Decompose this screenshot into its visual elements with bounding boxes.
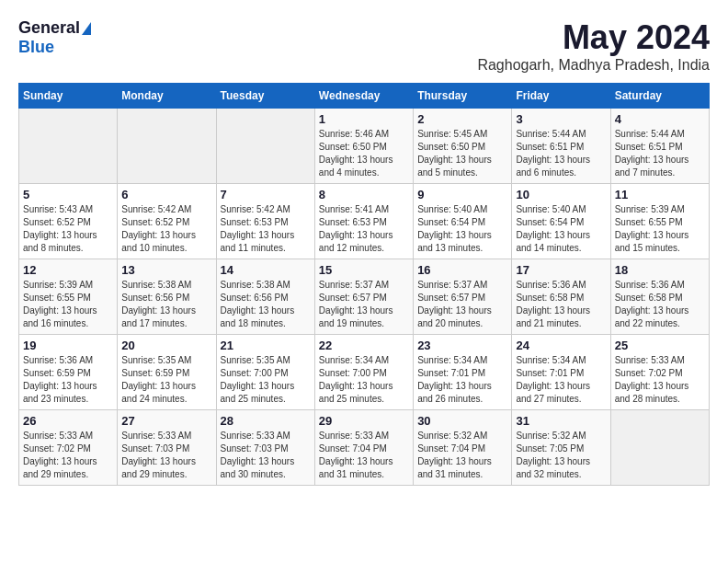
column-header-thursday: Thursday (414, 84, 512, 109)
calendar-cell: 28Sunrise: 5:33 AMSunset: 7:03 PMDayligh… (216, 410, 314, 486)
day-number: 18 (615, 263, 705, 277)
calendar-cell: 4Sunrise: 5:44 AMSunset: 6:51 PMDaylight… (610, 109, 709, 184)
calendar-cell: 5Sunrise: 5:43 AMSunset: 6:52 PMDaylight… (19, 184, 118, 259)
day-number: 14 (221, 263, 311, 277)
column-header-friday: Friday (512, 84, 610, 109)
month-title: May 2024 (477, 18, 710, 57)
day-number: 22 (319, 339, 409, 352)
day-info: Sunrise: 5:36 AMSunset: 6:58 PMDaylight:… (516, 279, 606, 330)
calendar-cell: 12Sunrise: 5:39 AMSunset: 6:55 PMDayligh… (19, 259, 118, 335)
calendar-cell: 20Sunrise: 5:35 AMSunset: 6:59 PMDayligh… (118, 335, 216, 410)
column-header-wednesday: Wednesday (314, 84, 413, 109)
day-info: Sunrise: 5:33 AMSunset: 7:02 PMDaylight:… (615, 354, 705, 406)
calendar-week-row: 12Sunrise: 5:39 AMSunset: 6:55 PMDayligh… (19, 259, 710, 335)
calendar-cell: 1Sunrise: 5:46 AMSunset: 6:50 PMDaylight… (314, 109, 413, 184)
day-info: Sunrise: 5:44 AMSunset: 6:51 PMDaylight:… (615, 128, 705, 179)
title-area: May 2024 Raghogarh, Madhya Pradesh, Indi… (477, 18, 710, 74)
day-number: 9 (417, 188, 507, 201)
calendar-cell (216, 109, 314, 184)
day-number: 12 (23, 263, 113, 277)
day-number: 17 (516, 263, 606, 277)
day-number: 26 (23, 414, 113, 428)
calendar-cell: 21Sunrise: 5:35 AMSunset: 7:00 PMDayligh… (216, 335, 314, 410)
day-number: 1 (319, 112, 409, 126)
logo: General Blue (18, 18, 91, 57)
day-number: 27 (121, 414, 211, 428)
calendar-cell: 8Sunrise: 5:41 AMSunset: 6:53 PMDaylight… (314, 184, 413, 259)
calendar-cell (19, 109, 118, 184)
calendar-cell: 25Sunrise: 5:33 AMSunset: 7:02 PMDayligh… (610, 335, 709, 410)
day-info: Sunrise: 5:36 AMSunset: 6:59 PMDaylight:… (23, 354, 113, 406)
calendar-week-row: 26Sunrise: 5:33 AMSunset: 7:02 PMDayligh… (19, 410, 710, 486)
calendar-cell: 7Sunrise: 5:42 AMSunset: 6:53 PMDaylight… (216, 184, 314, 259)
day-number: 11 (615, 188, 705, 201)
day-info: Sunrise: 5:44 AMSunset: 6:51 PMDaylight:… (516, 128, 606, 179)
calendar-cell: 14Sunrise: 5:38 AMSunset: 6:56 PMDayligh… (216, 259, 314, 335)
calendar-cell: 15Sunrise: 5:37 AMSunset: 6:57 PMDayligh… (314, 259, 413, 335)
calendar-cell: 6Sunrise: 5:42 AMSunset: 6:52 PMDaylight… (118, 184, 216, 259)
day-number: 3 (516, 112, 606, 126)
day-number: 24 (516, 339, 606, 352)
day-number: 15 (319, 263, 409, 277)
calendar-header-row: SundayMondayTuesdayWednesdayThursdayFrid… (19, 84, 710, 109)
day-number: 5 (23, 188, 113, 201)
calendar-cell: 29Sunrise: 5:33 AMSunset: 7:04 PMDayligh… (314, 410, 413, 486)
day-info: Sunrise: 5:40 AMSunset: 6:54 PMDaylight:… (516, 203, 606, 255)
column-header-tuesday: Tuesday (216, 84, 314, 109)
calendar-cell: 17Sunrise: 5:36 AMSunset: 6:58 PMDayligh… (512, 259, 610, 335)
day-number: 19 (23, 339, 113, 352)
day-info: Sunrise: 5:32 AMSunset: 7:04 PMDaylight:… (417, 430, 507, 481)
calendar-cell: 19Sunrise: 5:36 AMSunset: 6:59 PMDayligh… (19, 335, 118, 410)
calendar-cell: 30Sunrise: 5:32 AMSunset: 7:04 PMDayligh… (414, 410, 512, 486)
day-info: Sunrise: 5:38 AMSunset: 6:56 PMDaylight:… (221, 279, 311, 330)
calendar-cell: 26Sunrise: 5:33 AMSunset: 7:02 PMDayligh… (19, 410, 118, 486)
calendar-week-row: 1Sunrise: 5:46 AMSunset: 6:50 PMDaylight… (19, 109, 710, 184)
day-number: 13 (121, 263, 211, 277)
day-number: 25 (615, 339, 705, 352)
day-info: Sunrise: 5:38 AMSunset: 6:56 PMDaylight:… (121, 279, 211, 330)
page-header: General Blue May 2024 Raghogarh, Madhya … (18, 18, 710, 74)
day-info: Sunrise: 5:42 AMSunset: 6:53 PMDaylight:… (221, 203, 311, 255)
calendar-week-row: 5Sunrise: 5:43 AMSunset: 6:52 PMDaylight… (19, 184, 710, 259)
day-info: Sunrise: 5:36 AMSunset: 6:58 PMDaylight:… (615, 279, 705, 330)
day-info: Sunrise: 5:42 AMSunset: 6:52 PMDaylight:… (121, 203, 211, 255)
calendar-cell: 16Sunrise: 5:37 AMSunset: 6:57 PMDayligh… (414, 259, 512, 335)
day-number: 16 (417, 263, 507, 277)
day-number: 2 (417, 112, 507, 126)
day-info: Sunrise: 5:41 AMSunset: 6:53 PMDaylight:… (319, 203, 409, 255)
calendar-cell: 27Sunrise: 5:33 AMSunset: 7:03 PMDayligh… (118, 410, 216, 486)
day-info: Sunrise: 5:33 AMSunset: 7:04 PMDaylight:… (319, 430, 409, 481)
calendar-cell (118, 109, 216, 184)
day-number: 4 (615, 112, 705, 126)
column-header-sunday: Sunday (19, 84, 118, 109)
day-number: 29 (319, 414, 409, 428)
calendar-cell: 11Sunrise: 5:39 AMSunset: 6:55 PMDayligh… (610, 184, 709, 259)
day-number: 30 (417, 414, 507, 428)
day-info: Sunrise: 5:37 AMSunset: 6:57 PMDaylight:… (319, 279, 409, 330)
day-info: Sunrise: 5:43 AMSunset: 6:52 PMDaylight:… (23, 203, 113, 255)
calendar-cell: 13Sunrise: 5:38 AMSunset: 6:56 PMDayligh… (118, 259, 216, 335)
day-number: 21 (221, 339, 311, 352)
day-number: 31 (516, 414, 606, 428)
day-number: 28 (221, 414, 311, 428)
calendar-cell: 23Sunrise: 5:34 AMSunset: 7:01 PMDayligh… (414, 335, 512, 410)
calendar-cell: 24Sunrise: 5:34 AMSunset: 7:01 PMDayligh… (512, 335, 610, 410)
calendar-table: SundayMondayTuesdayWednesdayThursdayFrid… (18, 83, 710, 486)
calendar-cell: 2Sunrise: 5:45 AMSunset: 6:50 PMDaylight… (414, 109, 512, 184)
day-info: Sunrise: 5:33 AMSunset: 7:03 PMDaylight:… (121, 430, 211, 481)
column-header-saturday: Saturday (610, 84, 709, 109)
calendar-week-row: 19Sunrise: 5:36 AMSunset: 6:59 PMDayligh… (19, 335, 710, 410)
day-info: Sunrise: 5:39 AMSunset: 6:55 PMDaylight:… (615, 203, 705, 255)
day-number: 20 (121, 339, 211, 352)
column-header-monday: Monday (118, 84, 216, 109)
day-info: Sunrise: 5:35 AMSunset: 6:59 PMDaylight:… (121, 354, 211, 406)
day-info: Sunrise: 5:35 AMSunset: 7:00 PMDaylight:… (221, 354, 311, 406)
day-info: Sunrise: 5:37 AMSunset: 6:57 PMDaylight:… (417, 279, 507, 330)
day-info: Sunrise: 5:34 AMSunset: 7:01 PMDaylight:… (417, 354, 507, 406)
day-info: Sunrise: 5:34 AMSunset: 7:01 PMDaylight:… (516, 354, 606, 406)
day-info: Sunrise: 5:39 AMSunset: 6:55 PMDaylight:… (23, 279, 113, 330)
day-info: Sunrise: 5:34 AMSunset: 7:00 PMDaylight:… (319, 354, 409, 406)
logo-general-text: General (18, 18, 80, 38)
logo-blue-text: Blue (18, 38, 54, 57)
calendar-cell: 3Sunrise: 5:44 AMSunset: 6:51 PMDaylight… (512, 109, 610, 184)
